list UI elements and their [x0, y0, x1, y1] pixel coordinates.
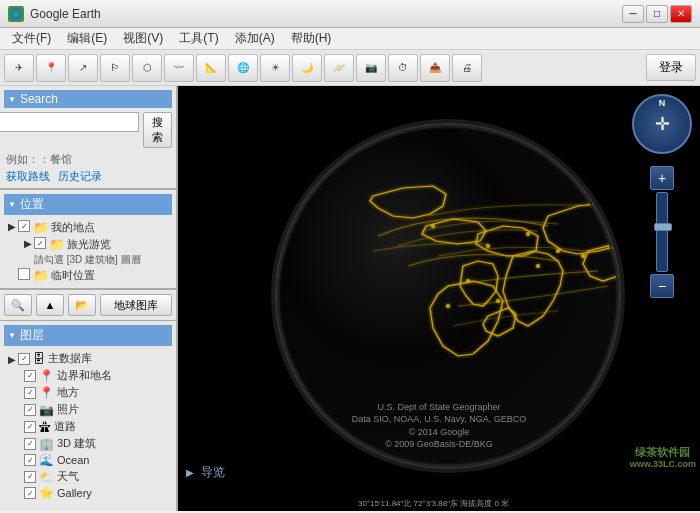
tb-btn-7[interactable]: 📐: [196, 54, 226, 82]
temp-checkbox[interactable]: [18, 268, 30, 280]
left-panel: ▼ Search 搜索 例如：：餐馆 获取路线 历史记录 ▼ 位置 ▶ ✓: [0, 86, 178, 511]
layer-borders-checkbox[interactable]: ✓: [24, 370, 36, 382]
layer-borders[interactable]: ✓ 📍 边界和地名: [4, 367, 172, 384]
layer-roads-icon: 🛣: [39, 420, 51, 434]
menu-bar: 文件(F) 编辑(E) 视图(V) 工具(T) 添加(A) 帮助(H): [0, 28, 700, 50]
zoom-out-button[interactable]: −: [650, 274, 674, 298]
layer-main-arrow-icon[interactable]: ▶: [8, 354, 16, 365]
layer-gallery-label: Gallery: [57, 487, 92, 499]
tb-btn-8[interactable]: 🌐: [228, 54, 258, 82]
layer-weather-icon: ⛅: [39, 470, 54, 484]
watermark: 绿茶软件园 www.33LC.com: [630, 445, 696, 471]
bottom-toolbar: 🔍 ▲ 📂 地球图库: [0, 290, 176, 321]
main-container: ▼ Search 搜索 例如：：餐馆 获取路线 历史记录 ▼ 位置 ▶ ✓: [0, 86, 700, 511]
layer-ocean[interactable]: ✓ 🌊 Ocean: [4, 452, 172, 468]
layer-ocean-checkbox[interactable]: ✓: [24, 454, 36, 466]
tb-btn-14[interactable]: 📤: [420, 54, 450, 82]
temp-label: 临时位置: [51, 268, 95, 283]
earth-lib-button[interactable]: 地球图库: [100, 294, 172, 316]
compass-arrows-icon: ✛: [655, 113, 670, 135]
tb-btn-2[interactable]: 📍: [36, 54, 66, 82]
my-places-arrow-icon[interactable]: ▶: [8, 221, 16, 232]
tb-btn-15[interactable]: 🖨: [452, 54, 482, 82]
positions-header[interactable]: ▼ 位置: [4, 194, 172, 215]
tb-btn-1[interactable]: ✈: [4, 54, 34, 82]
tb-btn-13[interactable]: ⏱: [388, 54, 418, 82]
zoom-in-button[interactable]: +: [650, 166, 674, 190]
copyright-line1: U.S. Dept of State Geographer: [352, 401, 526, 414]
zoom-handle[interactable]: [654, 223, 672, 231]
new-folder-btn[interactable]: 📂: [68, 294, 96, 316]
svg-point-13: [446, 304, 450, 308]
menu-add[interactable]: 添加(A): [227, 28, 283, 49]
zoom-slider[interactable]: [656, 192, 668, 272]
compass[interactable]: N ✛: [632, 94, 692, 154]
search-header[interactable]: ▼ Search: [4, 90, 172, 108]
nav-label[interactable]: ▶ 导览: [186, 464, 225, 481]
layer-weather[interactable]: ✓ ⛅ 天气: [4, 468, 172, 485]
layer-ocean-label: Ocean: [57, 454, 89, 466]
tour-item[interactable]: ▶ ✓ 📁 旅光游览: [4, 236, 172, 253]
tb-btn-11[interactable]: 🪐: [324, 54, 354, 82]
my-places-item[interactable]: ▶ ✓ 📁 我的地点: [4, 219, 172, 236]
get-route-link[interactable]: 获取路线: [6, 169, 50, 184]
layer-3d-icon: 🏢: [39, 437, 54, 451]
menu-help[interactable]: 帮助(H): [283, 28, 340, 49]
search-section: ▼ Search 搜索 例如：：餐馆 获取路线 历史记录: [0, 86, 176, 190]
layer-places-checkbox[interactable]: ✓: [24, 387, 36, 399]
layer-weather-checkbox[interactable]: ✓: [24, 471, 36, 483]
map-area[interactable]: N ✛ + − ▶ 导览 U.S. Dept of State Geograph…: [178, 86, 700, 511]
tb-btn-6[interactable]: 〰: [164, 54, 194, 82]
layer-main-label: 主数据库: [48, 351, 92, 366]
layer-photos-checkbox[interactable]: ✓: [24, 404, 36, 416]
tb-btn-10[interactable]: 🌙: [292, 54, 322, 82]
layer-main-db[interactable]: ▶ ✓ 🗄 主数据库: [4, 350, 172, 367]
layer-main-checkbox[interactable]: ✓: [18, 353, 30, 365]
layer-places[interactable]: ✓ 📍 地方: [4, 384, 172, 401]
tb-btn-4[interactable]: 🏳: [100, 54, 130, 82]
layer-places-label: 地方: [57, 385, 79, 400]
layer-gallery-checkbox[interactable]: ✓: [24, 487, 36, 499]
search-globe-btn[interactable]: 🔍: [4, 294, 32, 316]
layer-roads[interactable]: ✓ 🛣 道路: [4, 418, 172, 435]
temp-item[interactable]: ▶ 📁 临时位置: [4, 267, 172, 284]
tb-btn-5[interactable]: ⬡: [132, 54, 162, 82]
layers-header[interactable]: ▼ 图层: [4, 325, 172, 346]
tb-btn-9[interactable]: ☀: [260, 54, 290, 82]
menu-edit[interactable]: 编辑(E): [59, 28, 115, 49]
layer-photos[interactable]: ✓ 📷 照片: [4, 401, 172, 418]
search-button[interactable]: 搜索: [143, 112, 172, 148]
my-places-checkbox[interactable]: ✓: [18, 220, 30, 232]
up-btn[interactable]: ▲: [36, 294, 64, 316]
positions-triangle-icon: ▼: [8, 200, 16, 209]
layer-roads-checkbox[interactable]: ✓: [24, 421, 36, 433]
tour-checkbox[interactable]: ✓: [34, 237, 46, 249]
svg-point-8: [466, 279, 470, 283]
menu-file[interactable]: 文件(F): [4, 28, 59, 49]
menu-tools[interactable]: 工具(T): [171, 28, 226, 49]
layer-weather-label: 天气: [57, 469, 79, 484]
search-input[interactable]: [0, 112, 139, 132]
svg-point-12: [496, 299, 500, 303]
layer-photos-label: 照片: [57, 402, 79, 417]
folder-icon: 📁: [33, 220, 49, 235]
layer-places-icon: 📍: [39, 386, 54, 400]
maximize-button[interactable]: □: [646, 5, 668, 23]
tour-arrow-icon[interactable]: ▶: [24, 238, 32, 249]
tb-btn-3[interactable]: ↗: [68, 54, 98, 82]
search-input-row: 搜索: [4, 112, 172, 148]
layer-gallery[interactable]: ✓ ⭐ Gallery: [4, 485, 172, 501]
layers-section: ▼ 图层 ▶ ✓ 🗄 主数据库 ✓ 📍 边界和地名 ✓ 📍 地方: [0, 321, 176, 511]
close-button[interactable]: ✕: [670, 5, 692, 23]
positions-section: ▼ 位置 ▶ ✓ 📁 我的地点 ▶ ✓ 📁 旅光游览 請勾選 [3D 建筑物] …: [0, 190, 176, 290]
login-button[interactable]: 登录: [646, 54, 696, 81]
minimize-button[interactable]: ─: [622, 5, 644, 23]
layer-3d[interactable]: ✓ 🏢 3D 建筑: [4, 435, 172, 452]
history-link[interactable]: 历史记录: [58, 169, 102, 184]
tb-btn-12[interactable]: 📷: [356, 54, 386, 82]
layer-borders-icon: 📍: [39, 369, 54, 383]
tour-label: 旅光游览: [67, 237, 111, 252]
menu-view[interactable]: 视图(V): [115, 28, 171, 49]
search-triangle-icon: ▼: [8, 95, 16, 104]
layer-3d-checkbox[interactable]: ✓: [24, 438, 36, 450]
